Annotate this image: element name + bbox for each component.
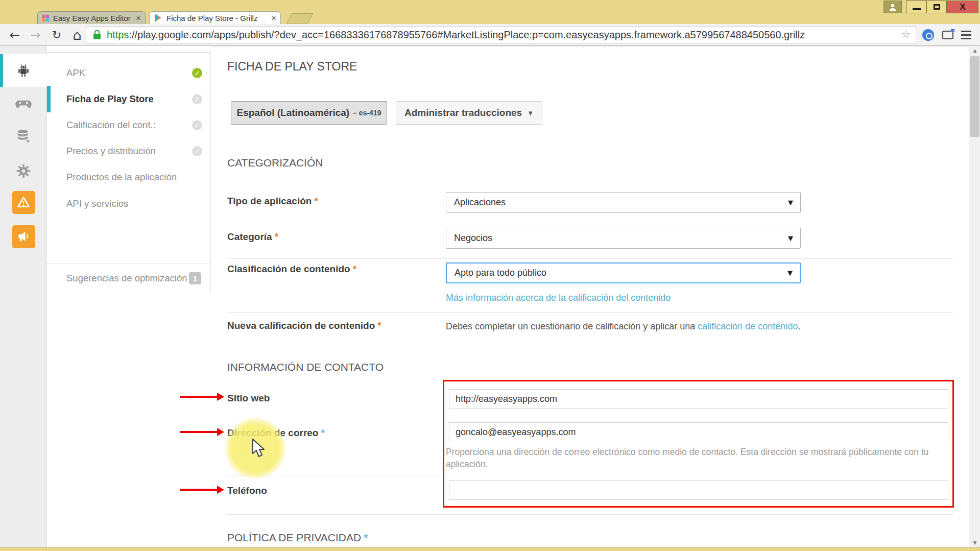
field-label-app-type: Tipo de aplicación* bbox=[227, 196, 318, 207]
page-scrollbar[interactable]: ▲ ▼ bbox=[969, 46, 980, 547]
tab-close-icon[interactable]: × bbox=[271, 14, 276, 22]
url-scheme: https bbox=[107, 29, 129, 40]
manage-translations-button[interactable]: Administrar traducciones ▼ bbox=[396, 101, 542, 125]
select-value: Aplicaciones bbox=[454, 197, 506, 208]
menu-item-api-services[interactable]: API y servicios bbox=[47, 194, 211, 214]
menu-item-optimization-tips[interactable]: Sugerencias de optimización 1 bbox=[47, 268, 211, 289]
menu-item-content-rating[interactable]: Calificación del cont.: ✓ bbox=[47, 115, 211, 135]
divider bbox=[227, 258, 953, 259]
content-rating-select[interactable]: Apto para todo público ▼ bbox=[446, 262, 801, 283]
url-text[interactable]: https://play.google.com/apps/publish/?de… bbox=[107, 27, 894, 43]
menu-label: API y servicios bbox=[66, 198, 128, 209]
select-value: Apto para todo público bbox=[455, 268, 546, 278]
rail-item-games[interactable] bbox=[0, 93, 47, 113]
category-select[interactable]: Negocios ▼ bbox=[446, 228, 801, 249]
close-icon: X bbox=[960, 2, 965, 12]
section-heading-categorization: CATEGORIZACIÓN bbox=[227, 157, 323, 169]
language-code: – es-419 bbox=[353, 109, 381, 117]
minimize-button[interactable] bbox=[906, 1, 926, 13]
scroll-up-icon[interactable]: ▲ bbox=[969, 46, 980, 55]
required-marker: * bbox=[275, 231, 278, 242]
window-controls: X bbox=[883, 1, 978, 13]
warning-button[interactable] bbox=[12, 191, 35, 214]
back-icon[interactable]: ← bbox=[5, 24, 25, 46]
gear-icon bbox=[15, 163, 32, 179]
annotation-arrow-email bbox=[180, 431, 218, 433]
profile-button[interactable] bbox=[883, 1, 902, 13]
warning-triangle-icon bbox=[16, 195, 31, 210]
forward-icon[interactable]: → bbox=[26, 24, 45, 46]
required-marker: * bbox=[364, 532, 368, 543]
maximize-button[interactable] bbox=[926, 1, 947, 13]
tab-close-icon[interactable]: × bbox=[136, 14, 141, 22]
window-titlebar bbox=[0, 0, 980, 9]
menu-item-store-listing[interactable]: Ficha de Play Store ✓ bbox=[47, 89, 211, 109]
rating-questionnaire-link[interactable]: calificación de contenido bbox=[698, 321, 798, 331]
field-label-new-rating: Nueva calificación de contenido* bbox=[227, 320, 381, 331]
maximize-icon bbox=[934, 4, 940, 10]
close-button[interactable]: X bbox=[947, 1, 978, 13]
home-icon[interactable]: ⌂ bbox=[67, 24, 87, 46]
bookmark-star-icon[interactable]: ☆ bbox=[901, 28, 911, 40]
rail-item-announcements[interactable] bbox=[0, 224, 47, 249]
menu-label: Productos de la aplicación bbox=[66, 172, 177, 183]
url-path: ://play.google.com/apps/publish/?dev_acc… bbox=[129, 29, 805, 40]
scroll-down-icon[interactable]: ▼ bbox=[969, 538, 980, 547]
cast-window-icon[interactable] bbox=[942, 31, 953, 39]
menu-label: Sugerencias de optimización bbox=[66, 273, 187, 284]
browser-tab-play-store[interactable]: Ficha de Play Store - Grillz × bbox=[149, 11, 281, 24]
count-badge: 1 bbox=[189, 272, 201, 284]
rail-item-settings[interactable] bbox=[0, 160, 47, 182]
megaphone-button[interactable] bbox=[12, 225, 35, 248]
check-icon: ✓ bbox=[192, 146, 202, 156]
chrome-menu-icon[interactable] bbox=[961, 31, 971, 39]
required-marker: * bbox=[353, 263, 356, 274]
browser-tabstrip: Easy Easy Apps Editor × Ficha de Play St… bbox=[0, 9, 980, 24]
language-button[interactable]: Español (Latinoamérica) – es-419 bbox=[231, 101, 387, 125]
database-icon bbox=[15, 128, 32, 145]
reload-icon[interactable]: ↻ bbox=[47, 24, 66, 46]
menu-item-apk[interactable]: APK ✓ bbox=[47, 63, 211, 83]
page-title: FICHA DE PLAY STORE bbox=[227, 60, 357, 74]
check-icon: ✓ bbox=[192, 68, 202, 78]
check-icon: ✓ bbox=[192, 94, 202, 104]
chevron-down-icon: ▼ bbox=[527, 109, 534, 117]
annotation-arrow-phone bbox=[180, 489, 218, 491]
app-nav-menu: APK ✓ Ficha de Play Store ✓ Calificación… bbox=[47, 52, 211, 292]
new-tab-button[interactable] bbox=[286, 13, 314, 23]
android-icon bbox=[15, 62, 32, 79]
section-heading-privacy: POLÍTICA DE PRIVACIDAD* bbox=[227, 532, 368, 544]
required-marker: * bbox=[377, 320, 381, 331]
play-store-icon bbox=[154, 13, 163, 22]
divider bbox=[227, 419, 441, 419]
minimize-icon bbox=[913, 8, 921, 10]
menu-label: Ficha de Play Store bbox=[66, 93, 154, 105]
app-type-select[interactable]: Aplicaciones ▼ bbox=[446, 192, 801, 213]
extension-icon[interactable] bbox=[922, 29, 934, 41]
menu-item-in-app-products[interactable]: Productos de la aplicación bbox=[47, 167, 211, 187]
rail-item-alerts[interactable] bbox=[0, 189, 47, 215]
megaphone-icon bbox=[16, 229, 31, 244]
menu-item-pricing[interactable]: Precios y distribución ✓ bbox=[47, 141, 211, 161]
scrollbar-thumb[interactable] bbox=[970, 56, 979, 137]
select-value: Negocios bbox=[454, 233, 492, 244]
browser-tab-easy-apps[interactable]: Easy Easy Apps Editor × bbox=[37, 11, 146, 24]
rating-info-link[interactable]: Más información acerca de la calificació… bbox=[446, 293, 671, 303]
field-label-content-rating: Clasificación de contenido* bbox=[227, 263, 356, 275]
mouse-cursor bbox=[249, 438, 266, 460]
menu-label: Precios y distribución bbox=[66, 146, 156, 157]
rail-item-apk-library[interactable] bbox=[0, 125, 47, 148]
tab-title: Easy Easy Apps Editor bbox=[53, 14, 133, 22]
window-bottom-border bbox=[0, 547, 980, 551]
rail-item-apk[interactable] bbox=[0, 54, 47, 87]
field-label-website: Sitio web bbox=[227, 393, 270, 404]
section-heading-contact: INFORMACIÓN DE CONTACTO bbox=[227, 361, 384, 373]
divider bbox=[227, 226, 953, 226]
divider bbox=[227, 312, 953, 313]
translations-label: Administrar traducciones bbox=[404, 107, 522, 118]
tab-title: Ficha de Play Store - Grillz bbox=[166, 14, 268, 22]
address-bar[interactable]: https://play.google.com/apps/publish/?de… bbox=[86, 27, 916, 43]
ssl-lock-icon bbox=[93, 34, 101, 39]
dropdown-arrow-icon: ▼ bbox=[787, 269, 793, 277]
dropdown-arrow-icon: ▼ bbox=[788, 234, 793, 242]
